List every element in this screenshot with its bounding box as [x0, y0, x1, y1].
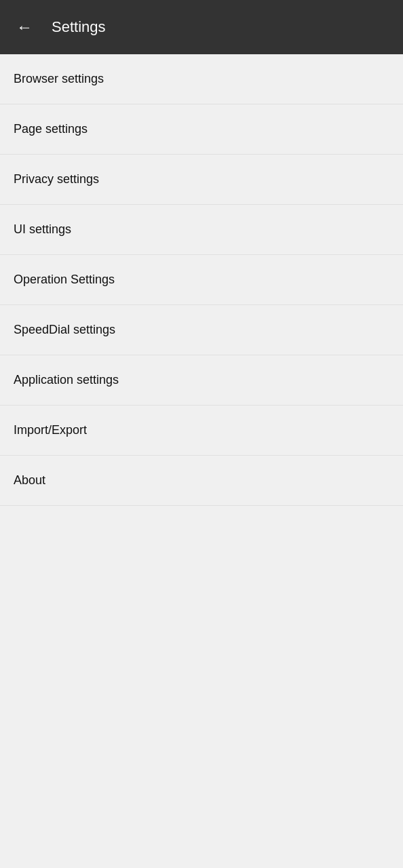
settings-item-speeddial-settings[interactable]: SpeedDial settings	[0, 305, 403, 355]
settings-item-label-about: About	[14, 473, 45, 488]
app-header: ← Settings	[0, 0, 403, 54]
settings-item-privacy-settings[interactable]: Privacy settings	[0, 155, 403, 205]
settings-item-operation-settings[interactable]: Operation Settings	[0, 255, 403, 305]
settings-item-label-operation-settings: Operation Settings	[14, 273, 115, 287]
settings-item-label-speeddial-settings: SpeedDial settings	[14, 323, 115, 337]
settings-item-label-page-settings: Page settings	[14, 122, 88, 136]
back-button[interactable]: ←	[11, 14, 38, 41]
settings-item-label-import-export: Import/Export	[14, 423, 87, 437]
settings-item-about[interactable]: About	[0, 456, 403, 506]
settings-item-browser-settings[interactable]: Browser settings	[0, 54, 403, 104]
settings-item-label-privacy-settings: Privacy settings	[14, 172, 99, 186]
settings-item-import-export[interactable]: Import/Export	[0, 406, 403, 456]
page-title: Settings	[52, 18, 106, 36]
settings-item-application-settings[interactable]: Application settings	[0, 355, 403, 406]
settings-list: Browser settingsPage settingsPrivacy set…	[0, 54, 403, 506]
settings-item-label-ui-settings: UI settings	[14, 222, 71, 237]
settings-item-page-settings[interactable]: Page settings	[0, 104, 403, 155]
settings-item-label-application-settings: Application settings	[14, 373, 119, 387]
settings-item-label-browser-settings: Browser settings	[14, 72, 104, 86]
settings-item-ui-settings[interactable]: UI settings	[0, 205, 403, 255]
